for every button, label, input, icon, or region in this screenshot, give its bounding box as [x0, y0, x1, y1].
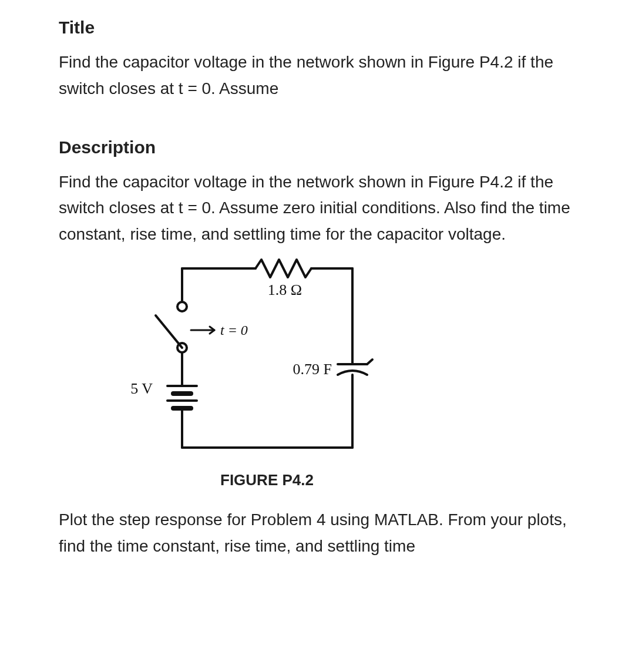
- description-paragraph: Find the capacitor voltage in the networ…: [59, 169, 579, 248]
- followup-paragraph: Plot the step response for Problem 4 usi…: [59, 507, 579, 560]
- switch-label: t = 0: [220, 322, 248, 338]
- svg-point-6: [177, 302, 187, 311]
- title-paragraph: Find the capacitor voltage in the networ…: [59, 49, 579, 102]
- description-heading: Description: [59, 137, 579, 157]
- figure-caption: FIGURE P4.2: [220, 471, 579, 489]
- figure-wrapper: 1.8 Ω t = 0 0.79 F 5 V FIGURE P4.2: [94, 254, 579, 489]
- source-label: 5 V: [130, 380, 153, 397]
- document-page: Title Find the capacitor voltage in the …: [0, 0, 632, 595]
- title-heading: Title: [59, 18, 579, 38]
- capacitor-label: 0.79 F: [293, 361, 332, 378]
- circuit-diagram: 1.8 Ω t = 0 0.79 F 5 V: [94, 254, 399, 465]
- svg-line-7: [156, 315, 182, 348]
- resistor-label: 1.8 Ω: [268, 281, 302, 298]
